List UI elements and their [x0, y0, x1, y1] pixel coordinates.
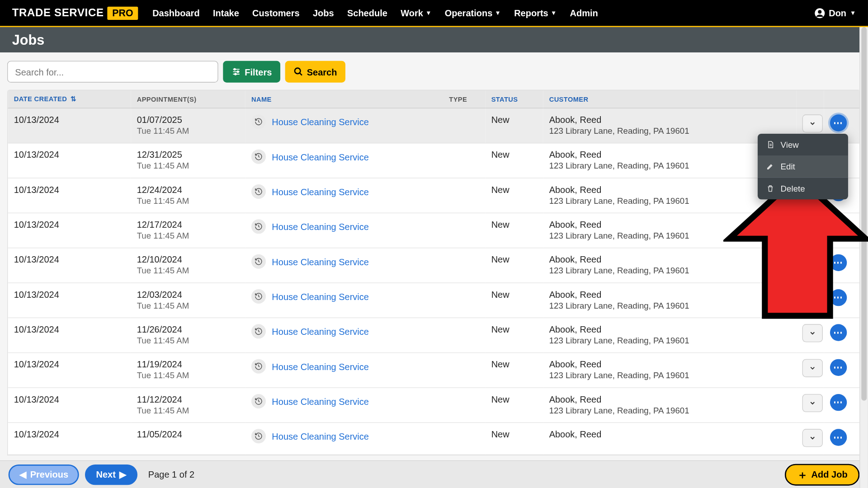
cell-name: House Cleaning Service [245, 318, 443, 352]
col-appointments[interactable]: APPOINTMENT(S) [131, 90, 245, 108]
cell-appointment: 12/10/2024Tue 11:45 AM [131, 248, 245, 283]
cell-type [443, 213, 485, 248]
cell-status: New [485, 143, 543, 178]
nav-jobs[interactable]: Jobs [313, 8, 334, 18]
job-link[interactable]: House Cleaning Service [272, 361, 369, 371]
brand-badge: PRO [108, 6, 138, 19]
history-icon[interactable] [251, 394, 266, 408]
menu-delete[interactable]: Delete [758, 178, 848, 199]
cell-appointment: 11/05/2024 [131, 422, 245, 455]
next-button[interactable]: Next ▶ [85, 464, 137, 484]
top-nav: TRADE SERVICE PRO DashboardIntakeCustome… [0, 0, 868, 27]
history-icon[interactable] [251, 359, 266, 374]
col-type[interactable]: TYPE [443, 90, 485, 108]
nav-schedule[interactable]: Schedule [347, 8, 387, 18]
cell-status: New [485, 108, 543, 143]
job-link[interactable]: House Cleaning Service [272, 187, 369, 197]
menu-view[interactable]: View [758, 134, 848, 155]
caret-down-icon: ▼ [425, 9, 431, 16]
job-link[interactable]: House Cleaning Service [272, 291, 369, 302]
ellipsis-icon: ⋯ [833, 432, 844, 442]
history-icon[interactable] [251, 429, 266, 443]
previous-button[interactable]: ◀ Previous [9, 464, 79, 484]
cell-actions: ⋯ [824, 353, 861, 388]
cell-name: House Cleaning Service [245, 143, 443, 178]
job-link[interactable]: House Cleaning Service [272, 221, 369, 232]
table-row: 10/13/202411/26/2024Tue 11:45 AMHouse Cl… [8, 318, 861, 352]
cell-type [443, 422, 485, 455]
cell-name: House Cleaning Service [245, 283, 443, 318]
col-status[interactable]: STATUS [485, 90, 543, 108]
cell-date: 10/13/2024 [8, 353, 131, 388]
nav-work[interactable]: Work▼ [401, 8, 431, 18]
nav-reports[interactable]: Reports▼ [514, 8, 557, 18]
job-link[interactable]: House Cleaning Service [272, 396, 369, 407]
nav-dashboard[interactable]: Dashboard [152, 8, 199, 18]
row-actions-button[interactable]: ⋯ [830, 114, 847, 131]
job-link[interactable]: House Cleaning Service [272, 151, 369, 162]
table-row: 10/13/202411/12/2024Tue 11:45 AMHouse Cl… [8, 388, 861, 422]
col-date-created[interactable]: DATE CREATED⇅ [8, 90, 131, 108]
search-button[interactable]: Search [285, 61, 345, 83]
history-icon[interactable] [251, 289, 266, 304]
table-row: 10/13/202412/31/2025Tue 11:45 AMHouse Cl… [8, 143, 861, 178]
menu-edit[interactable]: Edit [758, 155, 848, 177]
ellipsis-icon: ⋯ [833, 398, 844, 407]
user-menu[interactable]: Don ▼ [814, 8, 856, 19]
expand-button[interactable] [802, 359, 823, 377]
col-customer[interactable]: CUSTOMER [543, 90, 796, 108]
search-input[interactable] [7, 61, 218, 83]
cell-status: New [485, 248, 543, 283]
file-icon [766, 141, 775, 149]
col-name[interactable]: NAME [245, 90, 443, 108]
cell-name: House Cleaning Service [245, 248, 443, 283]
nav-intake[interactable]: Intake [213, 8, 239, 18]
expand-button[interactable] [802, 429, 823, 447]
nav-operations[interactable]: Operations▼ [445, 8, 501, 18]
row-actions-button[interactable]: ⋯ [830, 359, 847, 376]
sliders-icon [231, 67, 241, 76]
job-link[interactable]: House Cleaning Service [272, 256, 369, 267]
filters-button[interactable]: Filters [223, 61, 280, 83]
brand-logo: TRADE SERVICE PRO [12, 6, 138, 19]
cell-expand [796, 353, 824, 388]
cell-type [443, 248, 485, 283]
add-job-button[interactable]: ＋ Add Job [785, 464, 859, 485]
user-name: Don [829, 8, 846, 18]
history-icon[interactable] [251, 184, 266, 199]
cell-appointment: 11/19/2024Tue 11:45 AM [131, 353, 245, 388]
svg-point-5 [234, 69, 236, 70]
cell-appointment: 11/12/2024Tue 11:45 AM [131, 388, 245, 422]
expand-button[interactable] [802, 324, 823, 342]
cell-date: 10/13/2024 [8, 283, 131, 318]
cell-appointment: 01/07/2025Tue 11:45 AM [131, 108, 245, 143]
pagination-footer: ◀ Previous Next ▶ Page 1 of 2 ＋ Add Job [0, 460, 868, 488]
job-link[interactable]: House Cleaning Service [272, 117, 369, 127]
row-actions-button[interactable]: ⋯ [830, 394, 847, 411]
nav-admin[interactable]: Admin [570, 8, 598, 18]
row-actions-button[interactable]: ⋯ [830, 324, 847, 341]
cell-status: New [485, 318, 543, 352]
history-icon[interactable] [251, 254, 266, 269]
ellipsis-icon: ⋯ [833, 118, 844, 127]
history-icon[interactable] [251, 219, 266, 234]
svg-point-7 [235, 73, 236, 75]
cell-date: 10/13/2024 [8, 318, 131, 352]
table-row: 10/13/202401/07/2025Tue 11:45 AMHouse Cl… [8, 108, 861, 143]
cell-type [443, 318, 485, 352]
expand-button[interactable] [802, 394, 823, 412]
cell-name: House Cleaning Service [245, 108, 443, 143]
cell-name: House Cleaning Service [245, 422, 443, 455]
row-actions-button[interactable]: ⋯ [830, 429, 847, 446]
history-icon[interactable] [251, 114, 266, 129]
caret-down-icon: ▼ [850, 9, 856, 16]
cell-type [443, 353, 485, 388]
expand-button[interactable] [802, 114, 823, 132]
cell-customer: Abook, Reed123 Library Lane, Reading, PA… [543, 353, 796, 388]
filters-label: Filters [245, 66, 272, 77]
history-icon[interactable] [251, 324, 266, 338]
job-link[interactable]: House Cleaning Service [272, 326, 369, 337]
job-link[interactable]: House Cleaning Service [272, 431, 369, 441]
history-icon[interactable] [251, 150, 266, 164]
nav-customers[interactable]: Customers [252, 8, 299, 18]
